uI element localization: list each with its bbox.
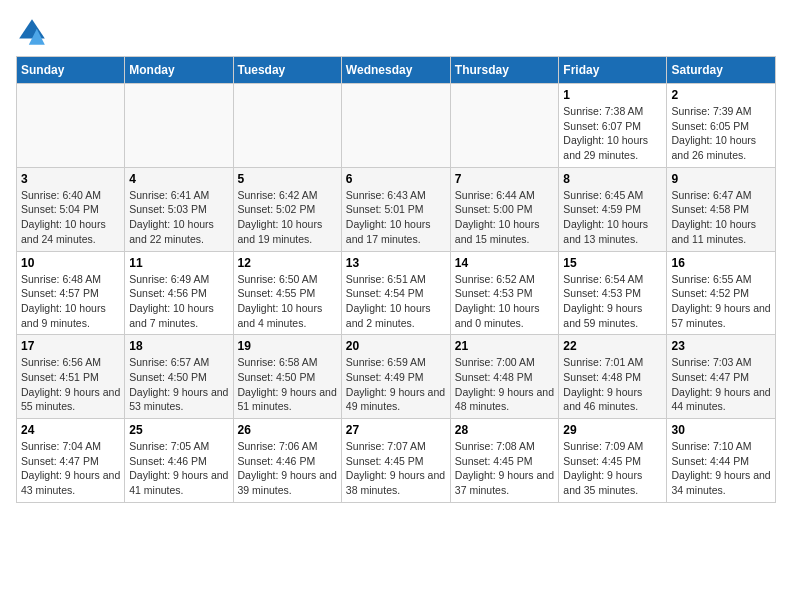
calendar-cell: 27Sunrise: 7:07 AM Sunset: 4:45 PM Dayli…	[341, 419, 450, 503]
day-number: 23	[671, 339, 771, 353]
day-number: 18	[129, 339, 228, 353]
day-info: Sunrise: 7:01 AM Sunset: 4:48 PM Dayligh…	[563, 355, 662, 414]
calendar-cell: 28Sunrise: 7:08 AM Sunset: 4:45 PM Dayli…	[450, 419, 559, 503]
calendar-cell: 5Sunrise: 6:42 AM Sunset: 5:02 PM Daylig…	[233, 167, 341, 251]
day-info: Sunrise: 6:45 AM Sunset: 4:59 PM Dayligh…	[563, 188, 662, 247]
logo	[16, 16, 52, 48]
day-info: Sunrise: 7:04 AM Sunset: 4:47 PM Dayligh…	[21, 439, 120, 498]
calendar-cell	[125, 84, 233, 168]
calendar-cell: 21Sunrise: 7:00 AM Sunset: 4:48 PM Dayli…	[450, 335, 559, 419]
day-number: 5	[238, 172, 337, 186]
weekday-header: Monday	[125, 57, 233, 84]
day-info: Sunrise: 6:59 AM Sunset: 4:49 PM Dayligh…	[346, 355, 446, 414]
day-info: Sunrise: 7:38 AM Sunset: 6:07 PM Dayligh…	[563, 104, 662, 163]
day-number: 25	[129, 423, 228, 437]
day-info: Sunrise: 6:49 AM Sunset: 4:56 PM Dayligh…	[129, 272, 228, 331]
day-number: 22	[563, 339, 662, 353]
day-number: 10	[21, 256, 120, 270]
calendar-cell: 20Sunrise: 6:59 AM Sunset: 4:49 PM Dayli…	[341, 335, 450, 419]
day-info: Sunrise: 6:41 AM Sunset: 5:03 PM Dayligh…	[129, 188, 228, 247]
day-info: Sunrise: 6:42 AM Sunset: 5:02 PM Dayligh…	[238, 188, 337, 247]
calendar-cell: 25Sunrise: 7:05 AM Sunset: 4:46 PM Dayli…	[125, 419, 233, 503]
day-number: 3	[21, 172, 120, 186]
calendar-cell: 26Sunrise: 7:06 AM Sunset: 4:46 PM Dayli…	[233, 419, 341, 503]
day-info: Sunrise: 6:52 AM Sunset: 4:53 PM Dayligh…	[455, 272, 555, 331]
day-info: Sunrise: 6:51 AM Sunset: 4:54 PM Dayligh…	[346, 272, 446, 331]
calendar-cell: 7Sunrise: 6:44 AM Sunset: 5:00 PM Daylig…	[450, 167, 559, 251]
day-number: 20	[346, 339, 446, 353]
calendar-cell: 10Sunrise: 6:48 AM Sunset: 4:57 PM Dayli…	[17, 251, 125, 335]
calendar-cell: 23Sunrise: 7:03 AM Sunset: 4:47 PM Dayli…	[667, 335, 776, 419]
day-info: Sunrise: 6:44 AM Sunset: 5:00 PM Dayligh…	[455, 188, 555, 247]
day-number: 11	[129, 256, 228, 270]
page-header	[16, 16, 776, 48]
day-info: Sunrise: 6:58 AM Sunset: 4:50 PM Dayligh…	[238, 355, 337, 414]
weekday-header: Tuesday	[233, 57, 341, 84]
calendar-cell: 3Sunrise: 6:40 AM Sunset: 5:04 PM Daylig…	[17, 167, 125, 251]
day-info: Sunrise: 6:50 AM Sunset: 4:55 PM Dayligh…	[238, 272, 337, 331]
day-info: Sunrise: 7:08 AM Sunset: 4:45 PM Dayligh…	[455, 439, 555, 498]
day-info: Sunrise: 7:03 AM Sunset: 4:47 PM Dayligh…	[671, 355, 771, 414]
day-info: Sunrise: 7:09 AM Sunset: 4:45 PM Dayligh…	[563, 439, 662, 498]
day-info: Sunrise: 6:43 AM Sunset: 5:01 PM Dayligh…	[346, 188, 446, 247]
calendar-cell: 9Sunrise: 6:47 AM Sunset: 4:58 PM Daylig…	[667, 167, 776, 251]
weekday-header: Friday	[559, 57, 667, 84]
day-number: 24	[21, 423, 120, 437]
day-info: Sunrise: 6:57 AM Sunset: 4:50 PM Dayligh…	[129, 355, 228, 414]
day-number: 28	[455, 423, 555, 437]
calendar-week-row: 1Sunrise: 7:38 AM Sunset: 6:07 PM Daylig…	[17, 84, 776, 168]
day-number: 19	[238, 339, 337, 353]
calendar-cell: 12Sunrise: 6:50 AM Sunset: 4:55 PM Dayli…	[233, 251, 341, 335]
day-number: 9	[671, 172, 771, 186]
calendar-cell: 18Sunrise: 6:57 AM Sunset: 4:50 PM Dayli…	[125, 335, 233, 419]
calendar-cell	[17, 84, 125, 168]
day-number: 12	[238, 256, 337, 270]
day-number: 7	[455, 172, 555, 186]
calendar-cell: 16Sunrise: 6:55 AM Sunset: 4:52 PM Dayli…	[667, 251, 776, 335]
day-info: Sunrise: 7:00 AM Sunset: 4:48 PM Dayligh…	[455, 355, 555, 414]
calendar-cell: 11Sunrise: 6:49 AM Sunset: 4:56 PM Dayli…	[125, 251, 233, 335]
weekday-header: Sunday	[17, 57, 125, 84]
day-info: Sunrise: 7:06 AM Sunset: 4:46 PM Dayligh…	[238, 439, 337, 498]
calendar-week-row: 17Sunrise: 6:56 AM Sunset: 4:51 PM Dayli…	[17, 335, 776, 419]
calendar-cell	[233, 84, 341, 168]
weekday-header: Thursday	[450, 57, 559, 84]
calendar-table: SundayMondayTuesdayWednesdayThursdayFrid…	[16, 56, 776, 503]
day-info: Sunrise: 7:07 AM Sunset: 4:45 PM Dayligh…	[346, 439, 446, 498]
day-number: 13	[346, 256, 446, 270]
calendar-week-row: 10Sunrise: 6:48 AM Sunset: 4:57 PM Dayli…	[17, 251, 776, 335]
calendar-cell: 6Sunrise: 6:43 AM Sunset: 5:01 PM Daylig…	[341, 167, 450, 251]
day-number: 26	[238, 423, 337, 437]
day-number: 27	[346, 423, 446, 437]
day-number: 1	[563, 88, 662, 102]
weekday-header: Wednesday	[341, 57, 450, 84]
calendar-cell: 15Sunrise: 6:54 AM Sunset: 4:53 PM Dayli…	[559, 251, 667, 335]
day-info: Sunrise: 7:39 AM Sunset: 6:05 PM Dayligh…	[671, 104, 771, 163]
day-number: 30	[671, 423, 771, 437]
calendar-cell: 2Sunrise: 7:39 AM Sunset: 6:05 PM Daylig…	[667, 84, 776, 168]
calendar-header-row: SundayMondayTuesdayWednesdayThursdayFrid…	[17, 57, 776, 84]
calendar-week-row: 24Sunrise: 7:04 AM Sunset: 4:47 PM Dayli…	[17, 419, 776, 503]
day-info: Sunrise: 6:56 AM Sunset: 4:51 PM Dayligh…	[21, 355, 120, 414]
day-info: Sunrise: 6:40 AM Sunset: 5:04 PM Dayligh…	[21, 188, 120, 247]
day-info: Sunrise: 6:54 AM Sunset: 4:53 PM Dayligh…	[563, 272, 662, 331]
day-number: 29	[563, 423, 662, 437]
calendar-cell: 8Sunrise: 6:45 AM Sunset: 4:59 PM Daylig…	[559, 167, 667, 251]
day-number: 15	[563, 256, 662, 270]
day-info: Sunrise: 7:05 AM Sunset: 4:46 PM Dayligh…	[129, 439, 228, 498]
day-number: 17	[21, 339, 120, 353]
calendar-cell: 29Sunrise: 7:09 AM Sunset: 4:45 PM Dayli…	[559, 419, 667, 503]
day-number: 14	[455, 256, 555, 270]
calendar-cell	[450, 84, 559, 168]
day-number: 8	[563, 172, 662, 186]
day-info: Sunrise: 6:48 AM Sunset: 4:57 PM Dayligh…	[21, 272, 120, 331]
day-info: Sunrise: 6:55 AM Sunset: 4:52 PM Dayligh…	[671, 272, 771, 331]
svg-marker-0	[19, 19, 45, 38]
logo-icon	[16, 16, 48, 48]
day-number: 16	[671, 256, 771, 270]
calendar-cell: 30Sunrise: 7:10 AM Sunset: 4:44 PM Dayli…	[667, 419, 776, 503]
calendar-cell: 14Sunrise: 6:52 AM Sunset: 4:53 PM Dayli…	[450, 251, 559, 335]
day-number: 21	[455, 339, 555, 353]
calendar-cell: 4Sunrise: 6:41 AM Sunset: 5:03 PM Daylig…	[125, 167, 233, 251]
calendar-week-row: 3Sunrise: 6:40 AM Sunset: 5:04 PM Daylig…	[17, 167, 776, 251]
